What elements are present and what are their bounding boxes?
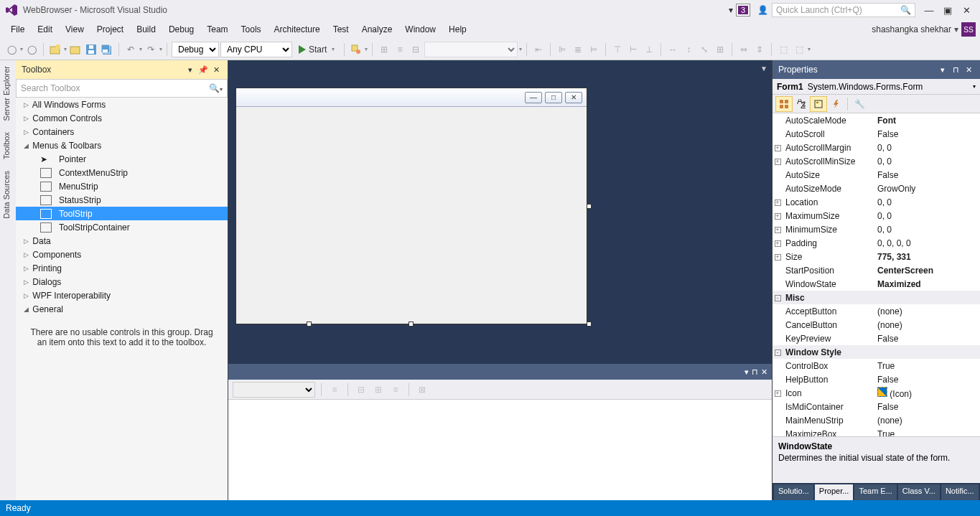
layout-icon[interactable]: ≡ bbox=[393, 42, 407, 57]
form-preview[interactable]: — □ ✕ bbox=[235, 88, 587, 324]
pin-icon[interactable]: ⊓ bbox=[950, 64, 961, 75]
property-row[interactable]: IsMdiContainerFalse bbox=[773, 400, 980, 413]
menu-build[interactable]: Build bbox=[130, 22, 162, 37]
new-project-icon[interactable] bbox=[48, 42, 62, 57]
property-row[interactable]: KeyPreviewFalse bbox=[773, 332, 980, 345]
toolbox-group[interactable]: ▷ Containers bbox=[16, 125, 228, 139]
toolbox-group[interactable]: ▷ All Windows Forms bbox=[16, 98, 228, 111]
rail-tab[interactable]: Server Explorer bbox=[0, 60, 16, 126]
save-all-icon[interactable] bbox=[100, 42, 114, 57]
toolbox-group[interactable]: ▷ Components bbox=[16, 248, 228, 261]
property-row[interactable]: AutoSizeFalse bbox=[773, 168, 980, 182]
property-row[interactable]: HelpButtonFalse bbox=[773, 372, 980, 386]
property-row[interactable]: AutoScrollFalse bbox=[773, 127, 980, 141]
feedback-icon[interactable]: 👤 bbox=[756, 4, 769, 17]
property-row[interactable]: StartPositionCenterScreen bbox=[773, 263, 980, 277]
maximize-icon[interactable]: □ bbox=[545, 92, 562, 103]
restore-icon[interactable]: ▣ bbox=[938, 3, 957, 17]
output-icon[interactable]: ≡ bbox=[388, 383, 403, 397]
toolbox-group[interactable]: ▷ Dialogs bbox=[16, 275, 228, 289]
align-icon[interactable]: ⊫ bbox=[555, 42, 569, 57]
property-row[interactable]: AutoSizeModeGrowOnly bbox=[773, 182, 980, 195]
property-category[interactable]: -Window Style bbox=[773, 345, 980, 359]
dropdown-icon[interactable]: ▾ bbox=[937, 64, 948, 75]
toolbox-item[interactable]: ContextMenuStrip bbox=[16, 166, 228, 179]
toolbox-group[interactable]: ▷ WPF Interoperability bbox=[16, 289, 228, 302]
nav-back-icon[interactable]: ◯ bbox=[4, 42, 19, 57]
property-row[interactable]: +Location0, 0 bbox=[773, 195, 980, 209]
menu-architecture[interactable]: Architecture bbox=[268, 22, 327, 37]
close-icon[interactable]: ✕ bbox=[565, 92, 582, 103]
save-icon[interactable] bbox=[84, 42, 98, 57]
space-icon[interactable]: ⇔ bbox=[737, 42, 751, 57]
combo[interactable] bbox=[424, 42, 518, 57]
toolbox-group[interactable]: ◢ General bbox=[16, 302, 228, 316]
menu-view[interactable]: View bbox=[59, 22, 90, 37]
toolbox-item[interactable]: ToolStripContainer bbox=[16, 220, 228, 234]
menu-debug[interactable]: Debug bbox=[162, 22, 200, 37]
undo-icon[interactable]: ↶ bbox=[123, 42, 138, 57]
user-avatar[interactable]: SS bbox=[961, 22, 976, 37]
property-row[interactable]: ControlBoxTrue bbox=[773, 359, 980, 372]
order-icon[interactable]: ⬚ bbox=[776, 42, 790, 57]
resize-handle[interactable] bbox=[307, 322, 312, 327]
panel-tab[interactable]: Solutio... bbox=[774, 484, 813, 500]
chevron-down-icon[interactable]: ▾ bbox=[954, 24, 958, 34]
rail-tab[interactable]: Data Sources bbox=[0, 165, 16, 225]
property-row[interactable]: AutoScaleModeFont bbox=[773, 113, 980, 127]
minimize-icon[interactable]: — bbox=[525, 92, 542, 103]
property-row[interactable]: CancelButton(none) bbox=[773, 318, 980, 332]
close-icon[interactable]: ✕ bbox=[963, 64, 974, 75]
menu-edit[interactable]: Edit bbox=[31, 22, 59, 37]
toolbox-group[interactable]: ▷ Data bbox=[16, 234, 228, 248]
menu-project[interactable]: Project bbox=[90, 22, 130, 37]
menu-tools[interactable]: Tools bbox=[235, 22, 268, 37]
nav-fwd-icon[interactable]: ◯ bbox=[24, 42, 39, 57]
property-row[interactable]: +AutoScrollMinSize0, 0 bbox=[773, 154, 980, 168]
resize-handle[interactable] bbox=[587, 204, 592, 209]
close-icon[interactable]: ✕ bbox=[210, 64, 222, 75]
form-designer[interactable]: ▼ — □ ✕ bbox=[228, 60, 772, 364]
toolbox-search-input[interactable]: Search Toolbox 🔍▾ bbox=[16, 79, 228, 98]
toolbox-item[interactable]: ToolStrip bbox=[16, 207, 228, 220]
toolbox-group[interactable]: ◢ Menus & Toolbars bbox=[16, 139, 228, 152]
resize-handle[interactable] bbox=[587, 322, 592, 327]
property-object-selector[interactable]: Form1 System.Windows.Forms.Form ▾ bbox=[773, 79, 980, 95]
size-icon[interactable]: ↔ bbox=[666, 42, 680, 57]
resize-handle[interactable] bbox=[409, 322, 414, 327]
property-row[interactable]: MaximizeBoxTrue bbox=[773, 427, 980, 436]
size-icon[interactable]: ⤡ bbox=[697, 42, 711, 57]
toolbox-item[interactable]: StatusStrip bbox=[16, 193, 228, 207]
align-icon[interactable]: ⇤ bbox=[531, 42, 546, 57]
property-pages-icon[interactable]: 🔧 bbox=[851, 96, 868, 112]
property-row[interactable]: MainMenuStrip(none) bbox=[773, 413, 980, 427]
menu-team[interactable]: Team bbox=[200, 22, 234, 37]
output-icon[interactable]: ⊟ bbox=[354, 383, 368, 397]
output-icon[interactable]: ≡ bbox=[327, 383, 342, 397]
notification-flag[interactable]: 3 bbox=[736, 4, 750, 17]
property-row[interactable]: +Size775, 331 bbox=[773, 250, 980, 263]
menu-window[interactable]: Window bbox=[398, 22, 442, 37]
platform-select[interactable]: Any CPU bbox=[220, 42, 292, 57]
menu-test[interactable]: Test bbox=[327, 22, 355, 37]
property-category[interactable]: -Misc bbox=[773, 291, 980, 304]
align-icon[interactable]: ⊨ bbox=[587, 42, 601, 57]
categorized-icon[interactable] bbox=[775, 96, 793, 112]
redo-icon[interactable]: ↷ bbox=[144, 42, 158, 57]
layout-icon[interactable]: ⊟ bbox=[409, 42, 423, 57]
property-row[interactable]: +Icon (Icon) bbox=[773, 386, 980, 400]
pin-icon[interactable]: 📌 bbox=[197, 64, 209, 75]
user-name[interactable]: shashangka shekhar bbox=[872, 24, 954, 34]
size-icon[interactable]: ↕ bbox=[681, 42, 696, 57]
rail-tab[interactable]: Toolbox bbox=[0, 126, 16, 165]
panel-tab[interactable]: Class V... bbox=[898, 484, 940, 500]
panel-tab[interactable]: Proper... bbox=[815, 484, 854, 500]
property-row[interactable]: AcceptButton(none) bbox=[773, 304, 980, 318]
output-icon[interactable]: ⊞ bbox=[371, 383, 386, 397]
toolbox-item[interactable]: MenuStrip bbox=[16, 179, 228, 193]
order-icon[interactable]: ⬚ bbox=[792, 42, 806, 57]
property-row[interactable]: +MaximumSize0, 0 bbox=[773, 209, 980, 222]
dropdown-icon[interactable]: ▾ bbox=[745, 367, 749, 377]
open-icon[interactable] bbox=[68, 42, 83, 57]
start-button[interactable]: Start▾ bbox=[294, 44, 340, 55]
